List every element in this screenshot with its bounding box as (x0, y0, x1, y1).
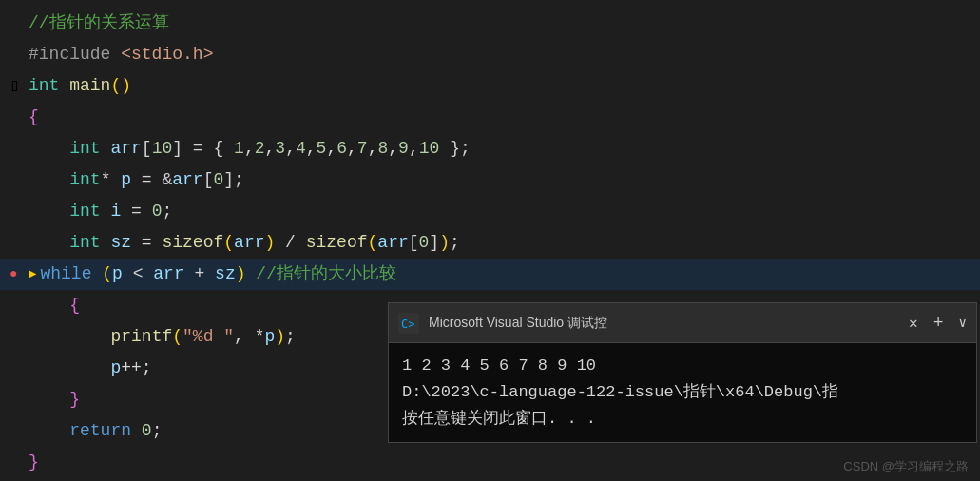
terminal-controls[interactable]: ✕ + ∨ (909, 314, 967, 333)
terminal-output-2: D:\2023\c-language-122-issue\指针\x64\Debu… (402, 379, 963, 406)
code-line-7: int i = 0; (0, 196, 980, 227)
debug-arrow: ▶ (29, 259, 36, 290)
brace-while-close: } (69, 384, 80, 415)
terminal-close-button[interactable]: ✕ (909, 314, 918, 333)
breakpoint-dot: ● (10, 259, 17, 290)
paren-close: ) (121, 70, 131, 102)
terminal-title: Microsoft Visual Studio 调试控 (429, 315, 909, 332)
terminal-chevron-button[interactable]: ∨ (959, 315, 967, 331)
brace-main-close: } (29, 447, 39, 478)
comment-text-1: //指针的关系运算 (29, 8, 169, 39)
svg-text:C>: C> (401, 317, 414, 331)
code-line-2: #include <stdio.h> (0, 39, 980, 70)
terminal-titlebar: C> Microsoft Visual Studio 调试控 ✕ + ∨ (389, 303, 976, 343)
brace-while-open: { (69, 290, 80, 321)
terminal-path: D:\2023\c-language-122-issue\指针\x64\Debu… (402, 383, 838, 401)
code-line-15: } (0, 447, 980, 478)
terminal-body: 1 2 3 4 5 6 7 8 9 10 D:\2023\c-language-… (389, 343, 976, 442)
terminal-output-1: 1 2 3 4 5 6 7 8 9 10 (402, 353, 963, 379)
code-line-5: int arr[10] = { 1,2,3,4,5,6,7,8,9,10 }; (0, 133, 980, 164)
include-keyword: #include (29, 39, 121, 70)
func-name: main (69, 70, 110, 102)
breakpoint-indicator-3: ▯ (10, 70, 29, 102)
terminal-numbers: 1 2 3 4 5 6 7 8 9 10 (402, 356, 596, 375)
watermark: CSDN @学习编程之路 (843, 458, 969, 475)
code-line-4: { (0, 102, 980, 133)
editor-area: //指针的关系运算 #include <stdio.h> ▯ int main(… (0, 0, 980, 481)
include-file: <stdio.h> (121, 39, 213, 70)
code-line-1: //指针的关系运算 (0, 8, 980, 39)
paren-open: ( (110, 70, 121, 102)
code-line-9: ● ▶ while (p < arr + sz) //指针的大小比较 (0, 259, 980, 290)
terminal-new-tab-button[interactable]: + (933, 314, 944, 333)
brace-open-main: { (29, 102, 39, 133)
terminal-output-3: 按任意键关闭此窗口. . . (402, 406, 963, 433)
terminal-popup: C> Microsoft Visual Studio 调试控 ✕ + ∨ 1 2… (388, 302, 977, 443)
keyword-int-main: int (29, 70, 59, 102)
code-line-8: int sz = sizeof(arr) / sizeof(arr[0]); (0, 227, 980, 259)
space (59, 70, 69, 102)
breakpoint-9: ● (10, 259, 29, 290)
terminal-press-key: 按任意键关闭此窗口. . . (402, 410, 596, 428)
code-line-6: int* p = &arr[0]; (0, 164, 980, 196)
terminal-app-icon: C> (398, 313, 419, 334)
code-line-3: ▯ int main() (0, 70, 980, 102)
